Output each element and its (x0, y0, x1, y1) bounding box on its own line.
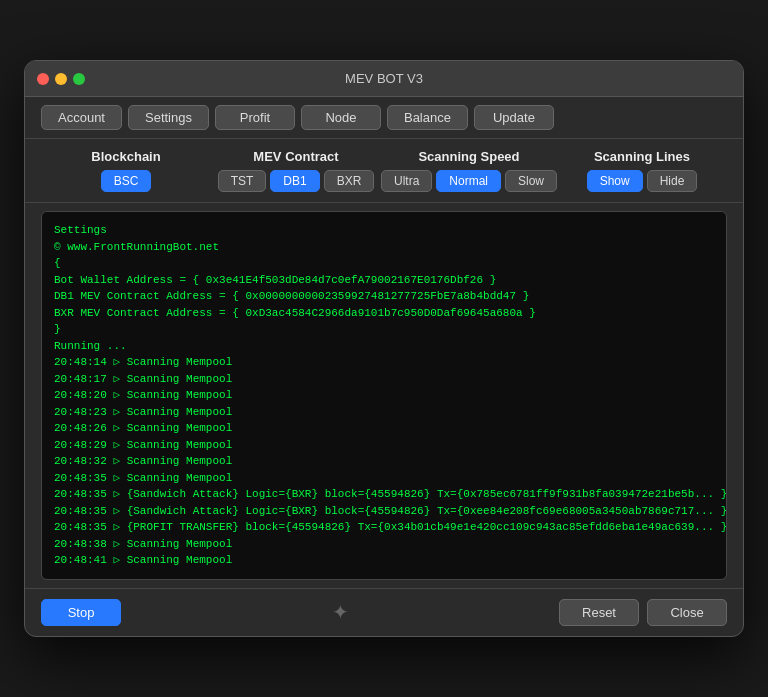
controls-bar: Blockchain BSC MEV Contract TST DB1 BXR … (25, 139, 743, 203)
spinner-icon: ✦ (332, 600, 349, 624)
scanning-lines-label: Scanning Lines (594, 149, 690, 164)
traffic-lights (37, 73, 85, 85)
log-line: 20:48:35 ▷ {Sandwich Attack} Logic={BXR}… (54, 486, 714, 503)
blockchain-label: Blockchain (91, 149, 160, 164)
log-line: 20:48:17 ▷ Scanning Mempool (54, 371, 714, 388)
blockchain-group: Blockchain BSC (41, 149, 211, 192)
log-line: Running ... (54, 338, 714, 355)
lines-hide[interactable]: Hide (647, 170, 698, 192)
log-line: 20:48:29 ▷ Scanning Mempool (54, 437, 714, 454)
log-line: 20:48:35 ▷ {Sandwich Attack} Logic={BXR}… (54, 503, 714, 520)
log-line: 20:48:35 ▷ {PROFIT TRANSFER} block={4559… (54, 519, 714, 536)
nav-settings[interactable]: Settings (128, 105, 209, 130)
nav-account[interactable]: Account (41, 105, 122, 130)
scanning-speed-buttons: Ultra Normal Slow (381, 170, 557, 192)
speed-ultra[interactable]: Ultra (381, 170, 432, 192)
log-line: 20:48:14 ▷ Scanning Mempool (54, 354, 714, 371)
mev-bxr[interactable]: BXR (324, 170, 375, 192)
log-line: 20:48:32 ▷ Scanning Mempool (54, 453, 714, 470)
log-area[interactable]: Settings© www.FrontRunningBot.net{Bot Wa… (41, 211, 727, 580)
minimize-traffic-light[interactable] (55, 73, 67, 85)
scanning-lines-group: Scanning Lines Show Hide (557, 149, 727, 192)
log-line: Bot Wallet Address = { 0x3e41E4f503dDe84… (54, 272, 714, 289)
log-line: { (54, 255, 714, 272)
mev-db1[interactable]: DB1 (270, 170, 319, 192)
close-traffic-light[interactable] (37, 73, 49, 85)
footer: Stop ✦ Reset Close (25, 588, 743, 636)
speed-slow[interactable]: Slow (505, 170, 557, 192)
main-window: MEV BOT V3 Account Settings Profit Node … (24, 60, 744, 637)
lines-show[interactable]: Show (587, 170, 643, 192)
footer-left: Stop (41, 599, 121, 626)
stop-button[interactable]: Stop (41, 599, 121, 626)
title-bar: MEV BOT V3 (25, 61, 743, 97)
nav-balance[interactable]: Balance (387, 105, 468, 130)
log-line: } (54, 321, 714, 338)
log-line: 20:48:41 ▷ Scanning Mempool (54, 552, 714, 569)
log-line: 20:48:35 ▷ Scanning Mempool (54, 470, 714, 487)
mev-tst[interactable]: TST (218, 170, 267, 192)
log-line: 20:48:20 ▷ Scanning Mempool (54, 387, 714, 404)
log-line: 20:48:38 ▷ Scanning Mempool (54, 536, 714, 553)
log-line: Settings (54, 222, 714, 239)
mev-contract-group: MEV Contract TST DB1 BXR (211, 149, 381, 192)
blockchain-bsc[interactable]: BSC (101, 170, 152, 192)
scanning-lines-buttons: Show Hide (587, 170, 698, 192)
nav-bar: Account Settings Profit Node Balance Upd… (25, 97, 743, 139)
reset-button[interactable]: Reset (559, 599, 639, 626)
log-line: 20:48:26 ▷ Scanning Mempool (54, 420, 714, 437)
scanning-speed-label: Scanning Speed (418, 149, 519, 164)
log-line: © www.FrontRunningBot.net (54, 239, 714, 256)
maximize-traffic-light[interactable] (73, 73, 85, 85)
speed-normal[interactable]: Normal (436, 170, 501, 192)
scanning-speed-group: Scanning Speed Ultra Normal Slow (381, 149, 557, 192)
mev-contract-label: MEV Contract (253, 149, 338, 164)
blockchain-buttons: BSC (101, 170, 152, 192)
log-line: 20:48:23 ▷ Scanning Mempool (54, 404, 714, 421)
nav-node[interactable]: Node (301, 105, 381, 130)
close-button[interactable]: Close (647, 599, 727, 626)
footer-spinner: ✦ (129, 600, 551, 624)
mev-contract-buttons: TST DB1 BXR (218, 170, 375, 192)
nav-update[interactable]: Update (474, 105, 554, 130)
footer-right: Reset Close (559, 599, 727, 626)
nav-profit[interactable]: Profit (215, 105, 295, 130)
log-line: DB1 MEV Contract Address = { 0x000000000… (54, 288, 714, 305)
log-line: BXR MEV Contract Address = { 0xD3ac4584C… (54, 305, 714, 322)
window-title: MEV BOT V3 (345, 71, 423, 86)
